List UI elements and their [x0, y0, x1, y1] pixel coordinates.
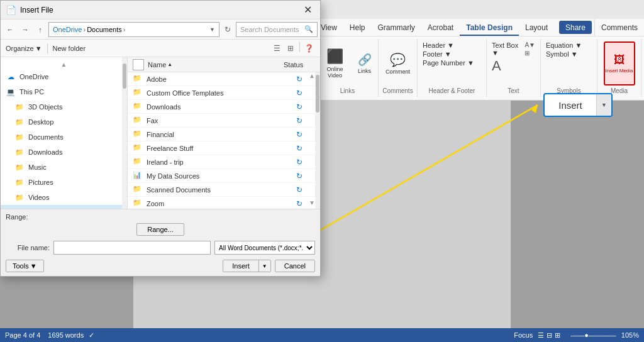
- list-item[interactable]: 📁 Scanned Documents ↻: [128, 183, 320, 197]
- list-item[interactable]: 📊 My Data Sources ↻: [128, 169, 320, 183]
- dialog-icon: 📄: [6, 5, 16, 15]
- help-icon[interactable]: ❓: [303, 42, 315, 55]
- drive-icon: 💽: [6, 207, 16, 209]
- sidebar-item-downloads[interactable]: 📁 Downloads: [1, 145, 127, 160]
- list-item[interactable]: 📁 Adobe ↻: [128, 72, 320, 86]
- sidebar-scrollbar[interactable]: [122, 57, 127, 209]
- dialog-close-button[interactable]: ✕: [300, 3, 315, 18]
- name-sort-icon: ▲: [167, 62, 172, 67]
- insert-main-button[interactable]: Insert: [223, 260, 259, 272]
- file-name: Scanned Documents: [147, 186, 284, 194]
- range-btn-row: Range...: [6, 223, 315, 236]
- file-status: ↻: [284, 89, 315, 97]
- view-mode-icons: ☰ ⊟ ⊞: [538, 331, 560, 339]
- select-all-checkbox[interactable]: [133, 59, 144, 70]
- tab-grammarly[interactable]: Grammarly: [371, 19, 421, 36]
- folder-icon-music: 📁: [14, 162, 25, 172]
- folder-icon-pictures: 📁: [14, 177, 25, 187]
- statusbar-right: Focus ☰ ⊟ ⊞ ——●———— 105%: [514, 331, 639, 339]
- equation-button[interactable]: Equation ▼: [546, 41, 592, 49]
- list-item[interactable]: 📁 Ireland - trip ↻: [128, 155, 320, 169]
- file-status: ↻: [284, 172, 315, 180]
- filelist-scroll-down: ▼: [309, 199, 315, 206]
- tab-acrobat[interactable]: Acrobat: [421, 19, 460, 36]
- sidebar-item-windows-ssd[interactable]: 💽 Windows-SSD (C:): [1, 205, 127, 209]
- folder-icon: 📁: [133, 185, 143, 195]
- address-field[interactable]: OneDrive › Documents › ▼: [48, 22, 219, 37]
- online-video-button[interactable]: ⬛ Online Video: [319, 41, 351, 86]
- sidebar-item-videos[interactable]: 📁 Videos: [1, 190, 127, 205]
- ribbon-group-links: ⬛ Online Video 🔗 Links Links: [317, 39, 379, 97]
- range-button[interactable]: Range...: [136, 223, 184, 236]
- zoom-slider[interactable]: ——●————: [570, 331, 616, 339]
- name-column-header[interactable]: Name ▲: [148, 61, 284, 69]
- ribbon-insert-main[interactable]: Insert: [545, 94, 596, 116]
- ribbon-insert-arrow[interactable]: ▼: [596, 94, 611, 116]
- address-child: Documents: [87, 26, 122, 33]
- ribbon-group-symbols: Equation ▼ Symbol ▼ Symbols: [541, 39, 597, 97]
- forward-button[interactable]: →: [18, 23, 32, 36]
- sync-icon: ↻: [296, 75, 303, 84]
- symbol-button[interactable]: Symbol ▼: [546, 50, 592, 58]
- share-button[interactable]: Share: [559, 21, 592, 34]
- filelist-scrollbar[interactable]: [315, 72, 320, 209]
- sync-icon: ↻: [296, 158, 303, 167]
- file-name: Fax: [147, 117, 284, 124]
- file-status: ↻: [284, 130, 315, 139]
- insert-media-button[interactable]: 🖼 Insert Media: [604, 41, 635, 86]
- tools-button[interactable]: Tools ▼: [6, 260, 44, 272]
- folder-icon: 📁: [133, 74, 143, 84]
- status-column-header[interactable]: Status: [284, 61, 315, 69]
- list-item[interactable]: 📁 Financial ↻: [128, 128, 320, 141]
- view-icon-2[interactable]: ⊟: [547, 331, 552, 339]
- tab-table-design[interactable]: Table Design: [460, 19, 519, 36]
- view-icon-1[interactable]: ☰: [538, 331, 544, 339]
- tab-help[interactable]: Help: [343, 19, 372, 36]
- organize-button[interactable]: Organize ▼: [6, 45, 42, 52]
- list-item[interactable]: 📁 Custom Office Templates ↻: [128, 86, 320, 100]
- back-button[interactable]: ←: [3, 23, 17, 36]
- search-field[interactable]: Search Documents 🔍: [236, 22, 318, 37]
- filename-input[interactable]: [53, 241, 211, 255]
- tab-comments[interactable]: Comments: [594, 19, 644, 36]
- sidebar-item-this-pc[interactable]: 💻 This PC: [1, 84, 127, 99]
- refresh-button[interactable]: ↻: [221, 23, 235, 36]
- dialog-body: ▲ ☁ OneDrive 💻 This PC 📁 3D Objects 📁 De…: [1, 57, 320, 209]
- sidebar-item-documents[interactable]: 📁 Documents: [1, 130, 127, 145]
- cancel-button[interactable]: Cancel: [275, 260, 315, 272]
- up-button[interactable]: ↑: [33, 23, 47, 36]
- insert-dropdown-arrow[interactable]: ▼: [259, 260, 270, 272]
- header-button[interactable]: Header ▼: [423, 41, 481, 49]
- new-folder-button[interactable]: New folder: [53, 45, 86, 52]
- filetype-select[interactable]: All Word Documents (*.docx;*.c: [214, 241, 315, 255]
- sidebar-item-pictures[interactable]: 📁 Pictures: [1, 175, 127, 190]
- comment-button[interactable]: 💬 Comment: [382, 41, 413, 86]
- tab-layout[interactable]: Layout: [519, 19, 554, 36]
- address-chevron: ▼: [209, 26, 215, 33]
- list-item[interactable]: 📁 Downloads ↻: [128, 100, 320, 114]
- view-icon-3[interactable]: ⊞: [555, 331, 560, 339]
- links-icon: 🔗: [358, 53, 372, 67]
- list-item[interactable]: 📁 Zoom ↻: [128, 197, 320, 209]
- zoom-level: 105%: [621, 331, 639, 339]
- sync-icon: ↻: [296, 144, 303, 153]
- footer-button[interactable]: Footer ▼: [423, 50, 481, 58]
- page-number-button[interactable]: Page Number ▼: [423, 59, 481, 67]
- focus-label[interactable]: Focus: [514, 331, 533, 339]
- sidebar-scroll-thumb[interactable]: [123, 63, 126, 89]
- list-view-icon[interactable]: ☰: [270, 42, 283, 55]
- text-box-button[interactable]: Text Box ▼: [492, 41, 522, 57]
- list-item[interactable]: 📁 Freelance Stuff ↻: [128, 141, 320, 155]
- list-item[interactable]: 📁 Fax ↻: [128, 114, 320, 128]
- address-separator: ›: [83, 26, 86, 33]
- links-button[interactable]: 🔗 Links: [353, 41, 376, 86]
- page-info: Page 4 of 4: [5, 331, 40, 339]
- filelist-scroll-thumb[interactable]: [316, 75, 319, 113]
- computer-icon: 💻: [6, 87, 16, 97]
- sidebar-item-onedrive[interactable]: ☁ OneDrive: [1, 69, 127, 84]
- sidebar-item-music[interactable]: 📁 Music: [1, 160, 127, 175]
- sidebar-item-3d-objects[interactable]: 📁 3D Objects: [1, 99, 127, 114]
- folder-icon: 📁: [133, 143, 143, 153]
- grid-view-icon[interactable]: ⊞: [284, 42, 297, 55]
- sidebar-item-desktop[interactable]: 📁 Desktop: [1, 114, 127, 130]
